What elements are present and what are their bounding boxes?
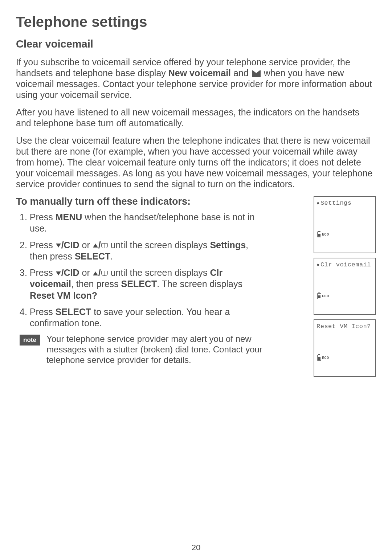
step-text: until the screen displays [108, 267, 210, 278]
select-key: SELECT [75, 251, 111, 261]
page-number: 20 [0, 543, 392, 552]
instructions-title: To manually turn off these indicators: [16, 196, 266, 207]
up-down-arrow-icon: ♦ [317, 201, 320, 206]
screen-clr-voicemail: ♦Clr voicemail ECO [314, 258, 376, 315]
down-arrow-icon [56, 271, 61, 275]
step-text: or [79, 267, 93, 278]
paragraph-2: After you have listened to all new voice… [16, 107, 376, 128]
step-text: , then press [71, 279, 121, 289]
note-block: note Your telephone service provider may… [16, 334, 266, 365]
settings-label: Settings [210, 240, 246, 250]
screen-line: ♦Clr voicemail [317, 261, 373, 268]
screen-line: Reset VM Icon? [317, 323, 373, 330]
new-voicemail-label: New voicemail [168, 68, 231, 78]
step-num: 4. [20, 307, 30, 317]
screen-status-icons: ECO [317, 293, 329, 299]
step-3: 3. Press /CID or / until the screen disp… [20, 267, 266, 301]
cid-key: /CID [61, 240, 79, 250]
step-1: 1. Press MENU when the handset/telephone… [20, 212, 266, 234]
screen-reset-vm: Reset VM Icon? ECO [314, 319, 376, 377]
step-text: . [110, 251, 113, 261]
menu-key: MENU [56, 212, 82, 222]
eco-label: ECO [322, 233, 329, 237]
eco-label: ECO [322, 356, 329, 360]
envelope-icon [252, 70, 261, 77]
down-arrow-icon [56, 244, 61, 248]
screen-text: Settings [320, 200, 352, 207]
battery-icon [317, 355, 321, 361]
battery-icon [317, 232, 321, 237]
up-arrow-icon [93, 271, 98, 275]
step-text: or [79, 240, 93, 250]
select-key: SELECT [56, 307, 91, 317]
up-arrow-icon [93, 244, 98, 248]
slash: / [98, 240, 101, 250]
directory-icon [101, 243, 108, 248]
screen-line: ♦Settings [317, 200, 373, 207]
step-4: 4. Press SELECT to save your selection. … [20, 306, 266, 329]
note-text: Your telephone service provider may aler… [46, 334, 266, 365]
reset-vm-label: Reset VM Icon? [30, 290, 97, 301]
step-text: until the screen displays [108, 240, 210, 250]
step-num: 1. [20, 212, 30, 222]
step-text: . The screen displays [157, 279, 242, 289]
step-text: Press [30, 240, 56, 250]
screen-settings: ♦Settings ECO [314, 196, 376, 253]
step-num: 3. [20, 267, 30, 278]
note-label: note [20, 335, 40, 346]
step-text: Press [30, 212, 56, 222]
steps-list: 1. Press MENU when the handset/telephone… [16, 212, 266, 329]
up-down-arrow-icon: ♦ [317, 262, 320, 267]
screen-previews: ♦Settings ECO ♦Clr voicemail ECO Reset V… [314, 196, 376, 381]
step-2: 2. Press /CID or / until the screen disp… [20, 240, 266, 262]
cid-key: /CID [61, 267, 79, 278]
paragraph-1: If you subscribe to voicemail service of… [16, 57, 376, 100]
step-num: 2. [20, 240, 30, 250]
screen-text: Reset VM Icon? [317, 323, 371, 330]
select-key: SELECT [121, 279, 157, 289]
slash: / [98, 267, 101, 278]
eco-label: ECO [322, 294, 329, 298]
screen-status-icons: ECO [317, 355, 329, 361]
section-title: Clear voicemail [16, 38, 376, 50]
battery-icon [317, 293, 321, 299]
step-text: Press [30, 307, 56, 317]
step-text: Press [30, 267, 56, 278]
page-title: Telephone settings [16, 14, 376, 30]
screen-status-icons: ECO [317, 232, 329, 237]
para1-mid: and [231, 68, 251, 78]
directory-icon [101, 271, 108, 276]
screen-text: Clr voicemail [320, 261, 371, 268]
paragraph-3: Use the clear voicemail feature when the… [16, 135, 376, 189]
